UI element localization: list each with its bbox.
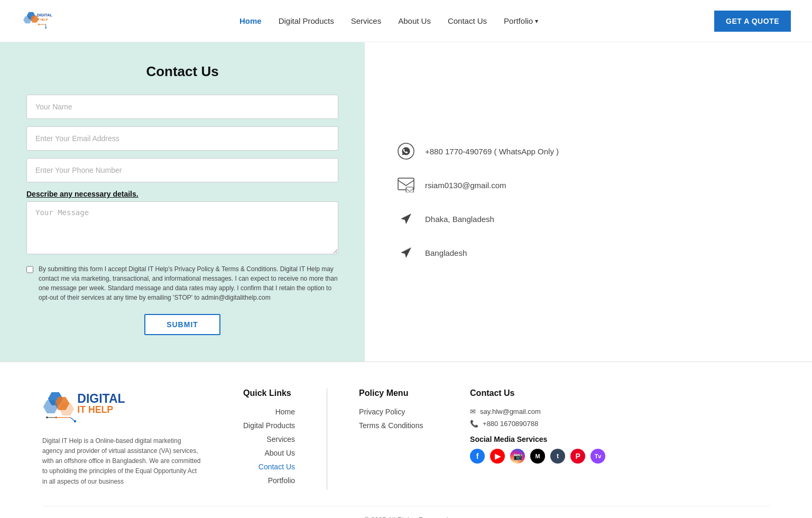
youtube-icon[interactable]: ▶ <box>490 449 505 464</box>
svg-text:IT HELP: IT HELP <box>37 18 48 21</box>
nav-services[interactable]: Services <box>351 16 382 25</box>
footer-email-item: ✉ say.hlw@gmail.com <box>470 408 605 415</box>
email-icon <box>396 175 416 195</box>
nav-contact-us[interactable]: Contact Us <box>448 16 487 25</box>
footer-logo-col: DIGITAL IT HELP Digital IT Help is a Onl… <box>42 388 211 490</box>
nav-about-us[interactable]: About Us <box>398 16 431 25</box>
main-content: Contact Us Describe any necessary detail… <box>0 42 812 362</box>
footer-quick-links-col: Quick Links Home Digital Products Servic… <box>243 388 327 490</box>
pinterest-icon[interactable]: P <box>570 449 585 464</box>
contact-form-title: Contact Us <box>26 63 338 80</box>
twitch-icon[interactable]: Tv <box>590 449 605 464</box>
footer-terms-link[interactable]: Terms & Conditions <box>359 421 438 430</box>
whatsapp-icon <box>396 142 416 161</box>
policy-title: Policy Menu <box>359 388 438 398</box>
social-icons: f ▶ 📷 M t P Tv <box>470 449 605 464</box>
svg-text:DIGITAL: DIGITAL <box>77 392 125 405</box>
contact-email-item: rsiam0130@gmail.com <box>396 175 780 195</box>
contact-location1-item: Dhaka, Bangladesh <box>396 209 780 228</box>
phone-text: +880 1770-490769 ( WhatsApp Only ) <box>425 147 559 156</box>
logo-area: DIGITAL IT HELP <box>21 6 63 35</box>
footer-link-services[interactable]: Services <box>243 435 295 443</box>
nav-portfolio-wrap[interactable]: Portfolio ▾ <box>504 16 538 25</box>
footer-link-contact-us[interactable]: Contact Us <box>243 462 295 471</box>
consent-text: By submitting this form I accept Digital… <box>39 264 338 302</box>
footer-email-icon: ✉ <box>470 408 476 415</box>
name-input[interactable] <box>26 95 338 119</box>
footer-phone-item: 📞 +880 1670890788 <box>470 420 605 428</box>
svg-text:DIGITAL: DIGITAL <box>37 13 52 17</box>
message-textarea[interactable] <box>26 201 338 254</box>
nav-portfolio[interactable]: Portfolio <box>504 16 533 25</box>
footer-link-about-us[interactable]: About Us <box>243 449 295 457</box>
contact-form-section: Contact Us Describe any necessary detail… <box>0 42 365 362</box>
medium-icon[interactable]: M <box>530 449 545 464</box>
phone-input[interactable] <box>26 158 338 182</box>
social-media-title: Social Media Services <box>470 435 605 443</box>
location-icon-2 <box>396 243 416 262</box>
footer-bottom: © 2025 All Rights Reserved <box>42 506 770 518</box>
footer-phone-text: +880 1670890788 <box>483 420 538 428</box>
location1-text: Dhaka, Bangladesh <box>425 215 494 224</box>
footer-link-home[interactable]: Home <box>243 408 295 416</box>
describe-label: Describe any necessary details. <box>26 190 338 198</box>
consent-checkbox[interactable] <box>26 266 33 273</box>
nav-digital-products[interactable]: Digital Products <box>279 16 334 25</box>
logo-icon: DIGITAL IT HELP <box>21 6 63 35</box>
header: DIGITAL IT HELP Home Digital Products Se… <box>0 0 812 42</box>
facebook-icon[interactable]: f <box>470 449 485 464</box>
tumblr-icon[interactable]: t <box>550 449 565 464</box>
contact-phone-item: +880 1770-490769 ( WhatsApp Only ) <box>396 142 780 161</box>
footer-email-text: say.hlw@gmail.com <box>480 408 541 415</box>
footer-privacy-link[interactable]: Privacy Policy <box>359 408 438 416</box>
footer-link-portfolio[interactable]: Portfolio <box>243 476 295 485</box>
get-quote-button[interactable]: GET A QUOTE <box>714 11 791 32</box>
instagram-icon[interactable]: 📷 <box>510 449 525 464</box>
svg-point-21 <box>74 420 76 422</box>
copyright-text: © 2025 All Rights Reserved <box>364 516 448 518</box>
location-icon-1 <box>396 209 416 228</box>
svg-point-8 <box>45 27 47 29</box>
main-nav: Home Digital Products Services About Us … <box>239 16 538 25</box>
svg-point-7 <box>38 24 40 25</box>
footer-link-digital-products[interactable]: Digital Products <box>243 421 295 430</box>
nav-home[interactable]: Home <box>239 16 262 25</box>
contact-location2-item: Bangladesh <box>396 243 780 262</box>
footer-desc: Digital IT Help is a Online-based digita… <box>42 436 201 487</box>
footer: DIGITAL IT HELP Digital IT Help is a Onl… <box>0 362 812 518</box>
svg-text:IT HELP: IT HELP <box>77 404 113 415</box>
location2-text: Bangladesh <box>425 248 467 257</box>
footer-top: DIGITAL IT HELP Digital IT Help is a Onl… <box>42 388 770 490</box>
footer-contact-title: Contact Us <box>470 388 605 398</box>
footer-policy-col: Policy Menu Privacy Policy Terms & Condi… <box>359 388 438 490</box>
footer-logo-icon: DIGITAL IT HELP <box>42 388 164 426</box>
footer-contact-col: Contact Us ✉ say.hlw@gmail.com 📞 +880 16… <box>470 388 605 490</box>
email-input[interactable] <box>26 126 338 151</box>
submit-button[interactable]: SUBMIT <box>144 314 220 335</box>
consent-area: By submitting this form I accept Digital… <box>26 264 338 302</box>
email-text: rsiam0130@gmail.com <box>425 181 506 190</box>
contact-info-section: +880 1770-490769 ( WhatsApp Only ) rsiam… <box>365 42 812 362</box>
chevron-down-icon: ▾ <box>535 17 538 25</box>
footer-phone-icon: 📞 <box>470 420 478 428</box>
quick-links-title: Quick Links <box>243 388 295 398</box>
